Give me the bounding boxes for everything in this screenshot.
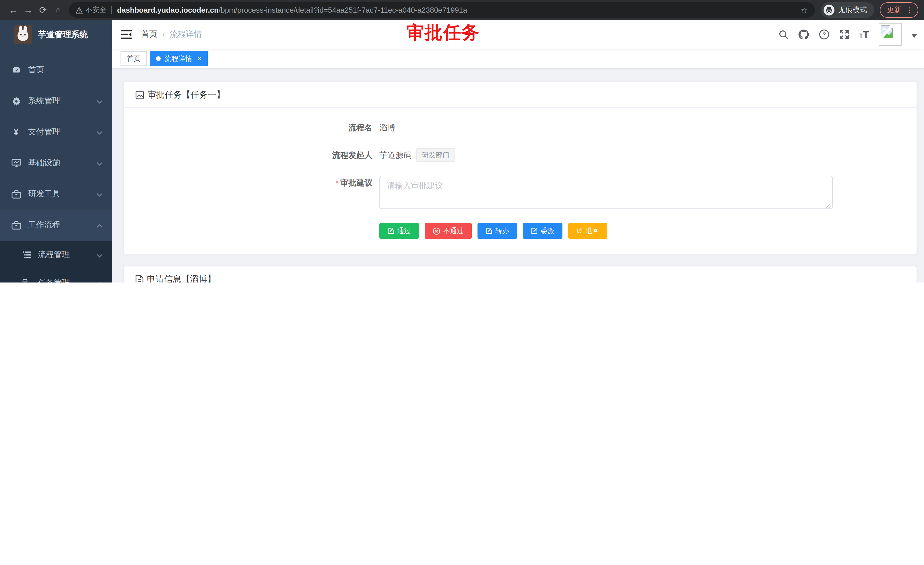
required-asterisk: * <box>336 178 339 187</box>
close-icon[interactable]: ✕ <box>197 55 202 62</box>
toolbox-icon <box>11 190 21 198</box>
gear-icon <box>11 96 21 106</box>
flow-icon <box>22 279 32 282</box>
sidebar-item-task-mgmt[interactable]: 任务管理 <box>0 269 112 282</box>
process-name-row: 流程名 滔博 <box>135 120 905 134</box>
fullscreen-icon[interactable] <box>839 29 849 40</box>
chevron-down-icon <box>96 158 103 168</box>
sidebar-item-process-mgmt[interactable]: 流程管理 <box>0 240 112 269</box>
chevron-up-icon <box>96 221 103 230</box>
active-dot <box>156 56 161 61</box>
chevron-down-icon <box>96 189 103 199</box>
incognito-badge: 无痕模式 <box>820 2 874 18</box>
approval-actions: 通过 不通过 转办 委 <box>380 223 905 239</box>
avatar[interactable] <box>879 23 902 46</box>
warning-icon <box>76 7 82 14</box>
suggestion-textarea[interactable] <box>380 176 833 209</box>
button-label: 委派 <box>541 226 554 236</box>
sidebar-menu: 首页 系统管理 ¥ 支付管理 基础设施 <box>0 49 112 282</box>
sidebar-item-label: 任务管理 <box>38 278 70 282</box>
screen: ← → ⟳ ⌂ 不安全 dashboard.yudao.iocoder.cn/b… <box>0 0 924 282</box>
url-domain: dashboard.yudao.iocoder.cn <box>117 6 219 14</box>
transfer-button[interactable]: 转办 <box>477 223 517 239</box>
initiator-row: 流程发起人 芋道源码 研发部门 <box>135 148 905 162</box>
tab-process-detail[interactable]: 流程详情 ✕ <box>150 51 208 66</box>
incognito-label: 无痕模式 <box>838 5 867 15</box>
undo-icon: ↺ <box>576 227 582 234</box>
yen-icon: ¥ <box>11 128 21 137</box>
card-header: 审批任务【任务一】 <box>124 82 916 108</box>
suggestion-label: 审批建议 <box>340 178 372 187</box>
button-label: 通过 <box>397 226 411 236</box>
hamburger-icon[interactable] <box>112 30 141 39</box>
sidebar-item-label: 研发工具 <box>28 189 60 199</box>
logo-image <box>14 25 32 44</box>
update-button[interactable]: 更新 ⋮ <box>879 2 918 18</box>
sidebar-item-label: 基础设施 <box>28 158 60 168</box>
sidebar-item-label: 流程管理 <box>38 249 70 260</box>
process-name-label: 流程名 <box>135 120 380 134</box>
breadcrumb-home[interactable]: 首页 <box>141 29 157 40</box>
browser-menu-icon[interactable]: ⋮ <box>906 7 913 13</box>
sidebar-item-workflow[interactable]: 工作流程 <box>0 210 112 240</box>
initiator-value: 芋道源码 <box>380 148 411 162</box>
sidebar-item-label: 首页 <box>28 65 44 75</box>
url-text: dashboard.yudao.iocoder.cn/bpm/process-i… <box>117 6 796 14</box>
tab-home[interactable]: 首页 <box>120 51 147 66</box>
sidebar-item-infra[interactable]: 基础设施 <box>0 147 112 179</box>
chevron-down-icon <box>96 250 103 259</box>
chevron-up-icon <box>96 278 103 282</box>
github-icon[interactable] <box>798 29 809 40</box>
card-title: 审批任务【任务一】 <box>147 89 225 100</box>
help-icon[interactable]: ? <box>819 29 829 40</box>
return-button[interactable]: ↺ 退回 <box>568 223 607 239</box>
update-label: 更新 <box>887 5 902 15</box>
card-header: 申请信息【滔博】 <box>124 266 916 282</box>
card-title: 申请信息【滔博】 <box>147 273 216 282</box>
app-title: 芋道管理系统 <box>38 29 88 40</box>
app-logo[interactable]: 芋道管理系统 <box>0 20 112 49</box>
font-size-icon[interactable]: TT <box>859 30 869 39</box>
initiator-label: 流程发起人 <box>135 148 380 162</box>
suggestion-row: *审批建议 <box>135 176 905 211</box>
sidebar-item-label: 工作流程 <box>28 220 60 230</box>
bookmark-star-icon[interactable]: ☆ <box>801 6 808 15</box>
document-icon <box>135 275 144 282</box>
sidebar-item-system[interactable]: 系统管理 <box>0 86 112 117</box>
tags-view-bar: 首页 流程详情 ✕ <box>112 49 924 69</box>
dept-tag: 研发部门 <box>416 148 455 162</box>
svg-text:?: ? <box>822 31 826 38</box>
sidebar: 芋道管理系统 首页 系统管理 ¥ 支付管理 <box>0 20 112 282</box>
broken-image-icon <box>880 25 893 39</box>
top-navbar: 首页 / 流程详情 审批任务 ? TT <box>112 20 924 49</box>
tab-label: 首页 <box>127 54 141 63</box>
search-icon[interactable] <box>779 30 789 39</box>
application-info-card: 申请信息【滔博】 *单行文本 *多选框组 ✓ 选项一 <box>123 266 917 282</box>
edit-icon <box>531 227 538 234</box>
forward-icon[interactable]: → <box>21 5 36 15</box>
sidebar-item-home[interactable]: 首页 <box>0 54 112 86</box>
url-bar[interactable]: 不安全 dashboard.yudao.iocoder.cn/bpm/proce… <box>69 2 814 18</box>
back-icon[interactable]: ← <box>6 5 21 15</box>
button-label: 不通过 <box>443 226 464 236</box>
picture-icon <box>135 90 144 99</box>
avatar-caret-icon[interactable] <box>911 34 917 41</box>
button-label: 退回 <box>585 226 599 236</box>
edit-icon <box>387 227 394 234</box>
tab-label: 流程详情 <box>165 54 192 63</box>
security-warning[interactable]: 不安全 <box>76 5 106 15</box>
chevron-down-icon <box>96 96 103 106</box>
breadcrumb-current: 流程详情 <box>170 29 202 40</box>
breadcrumb-separator: / <box>162 30 165 39</box>
incognito-icon <box>823 5 834 15</box>
sidebar-item-label: 支付管理 <box>28 127 60 137</box>
delegate-button[interactable]: 委派 <box>523 223 562 239</box>
home-icon[interactable]: ⌂ <box>51 5 65 15</box>
reload-icon[interactable]: ⟳ <box>36 5 51 15</box>
briefcase-icon <box>11 221 21 229</box>
reject-button[interactable]: 不通过 <box>425 223 472 239</box>
approve-button[interactable]: 通过 <box>380 223 419 239</box>
circle-close-icon <box>433 227 440 234</box>
sidebar-item-pay[interactable]: ¥ 支付管理 <box>0 117 112 147</box>
sidebar-item-devtools[interactable]: 研发工具 <box>0 179 112 210</box>
